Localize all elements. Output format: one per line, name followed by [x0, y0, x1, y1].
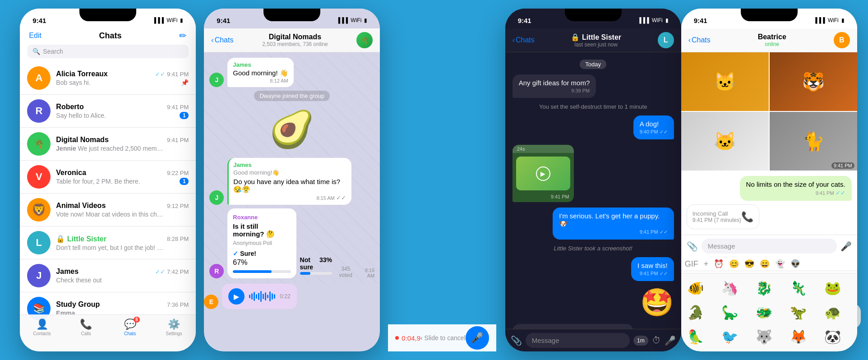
- emoji-2[interactable]: 😎: [744, 259, 754, 269]
- chat-preview: Jennie We just reached 2,500 members! WO…: [56, 145, 164, 152]
- waveform: [249, 291, 275, 302]
- sticker-item[interactable]: 🐉: [753, 277, 775, 299]
- status-icons-1: ▐▐▐ WiFi ▮: [152, 17, 184, 23]
- secret-chat-header: ‹ Chats 🔒 Little Sister last seen just n…: [505, 28, 681, 52]
- sender-avatar: J: [209, 190, 224, 205]
- attachment-icon[interactable]: 📎: [511, 335, 522, 346]
- gif-button[interactable]: GIF: [685, 259, 698, 269]
- tab-calls[interactable]: 📞 Calls: [64, 318, 108, 336]
- sticker-item[interactable]: 🦎: [788, 277, 809, 299]
- msg-time: 8:15 AM ✓✓: [233, 194, 346, 201]
- back-button[interactable]: ‹ Chats: [512, 36, 535, 44]
- sticker-item[interactable]: 🐦: [719, 326, 741, 347]
- message-bubble: No limits on the size of your cats. 9:41…: [740, 176, 852, 201]
- photo-time: 9:41 PM: [831, 162, 854, 169]
- timer-icon[interactable]: ⏱: [652, 335, 661, 346]
- mic-button[interactable]: 🎤: [466, 326, 489, 350]
- sticker-item[interactable]: 🦕: [719, 301, 741, 323]
- sticker-item[interactable]: 🐺: [753, 326, 775, 347]
- unread-badge: 1: [180, 178, 189, 185]
- tab-badge-container: 💬 8: [124, 318, 136, 330]
- chat-nav: Edit Chats ✏: [20, 28, 196, 45]
- attachment-icon[interactable]: 📎: [687, 241, 698, 252]
- emoji-5[interactable]: 👽: [790, 259, 800, 269]
- back-button[interactable]: ‹ Chats: [688, 36, 711, 44]
- system-message: Dwayne joined the group: [254, 91, 330, 101]
- emoji-4[interactable]: 👻: [775, 259, 785, 269]
- play-button[interactable]: ▶: [228, 288, 245, 305]
- phone-secret-chat: 9:41 ▐▐▐ WiFi ▮ ‹ Chats 🔒 Little Sister …: [505, 9, 681, 351]
- header-center: 🔒 Little Sister last seen just now: [538, 33, 654, 48]
- chats-title: Chats: [99, 31, 122, 41]
- notch: [565, 9, 622, 21]
- sticker: 🥑: [269, 108, 314, 151]
- tab-label: Settings: [166, 331, 182, 336]
- voice-bubble: ▶ 0:22: [222, 284, 296, 309]
- recent-button[interactable]: ⏰: [714, 259, 724, 269]
- phone-icon[interactable]: 📞: [741, 211, 753, 223]
- list-item[interactable]: L 🔒 Little Sister 8:28 PM Don't tell mom…: [20, 226, 196, 259]
- chat-info: Alicia Torreaux ✓✓ 9:41 PM Bob says hi. …: [56, 70, 189, 86]
- contact-avatar[interactable]: L: [658, 32, 674, 48]
- battery-icon: ▮: [841, 17, 845, 23]
- chat-title: 🔒 Little Sister: [538, 33, 654, 42]
- back-button[interactable]: ‹ Chats: [211, 36, 233, 44]
- tab-label-chats: Chats: [124, 331, 136, 336]
- incoming-call-bubble: Incoming Call 9:41 PM (7 minutes) 📞: [687, 204, 759, 229]
- timer-badge: 1m: [633, 336, 648, 346]
- mic-icon[interactable]: 🎤: [840, 241, 852, 252]
- emoji-1[interactable]: 😊: [729, 259, 739, 269]
- search-bar[interactable]: 🔍 Search: [27, 45, 189, 58]
- photo-content: 🐯: [770, 52, 857, 111]
- tab-settings[interactable]: ⚙️ Settings: [152, 318, 196, 336]
- sender-avatar: E: [204, 295, 218, 309]
- list-item[interactable]: A Alicia Torreaux ✓✓ 9:41 PM Bob says hi…: [20, 62, 196, 95]
- tab-contacts[interactable]: 👤 Contacts: [20, 318, 64, 336]
- group-title: Digital Nomads: [237, 33, 353, 41]
- sticker-item[interactable]: 🦖: [788, 301, 809, 323]
- tab-chats[interactable]: 💬 8 Chats: [108, 318, 152, 336]
- compose-button[interactable]: ✏: [179, 30, 187, 41]
- emoji-3[interactable]: 😄: [760, 259, 770, 269]
- video-message: 24s ▶ 9:41 PM: [512, 145, 574, 202]
- beatrice-input-bar: 📎 Message 🎤: [681, 235, 857, 257]
- photo-cell[interactable]: 🐈 9:41 PM: [770, 112, 857, 171]
- sticker-item[interactable]: 🐢: [822, 301, 844, 323]
- sticker-item[interactable]: 🐸: [822, 277, 844, 299]
- group-avatar[interactable]: 🌴: [356, 32, 373, 48]
- msg-time: 9:41 PM: [512, 194, 574, 202]
- list-item[interactable]: V Veronica 9:22 PM Table for four, 2 PM.…: [20, 161, 196, 194]
- message-input[interactable]: Message: [702, 239, 837, 254]
- list-item[interactable]: 🦁 Animal Videos 9:12 PM Vote now! Moar c…: [20, 194, 196, 226]
- list-item[interactable]: J James ✓✓ 7:42 PM Check these out: [20, 259, 196, 292]
- message-group: R Roxanne Is it still morning? 🤔 Anonymo…: [209, 208, 374, 278]
- photo-cell[interactable]: 🐱: [681, 52, 769, 111]
- poll-sender: Roxanne: [233, 214, 291, 221]
- edit-button[interactable]: Edit: [29, 32, 42, 40]
- photo-content: 🐱: [681, 52, 769, 111]
- list-item[interactable]: 🌴 Digital Nomads 9:41 PM Jennie We just …: [20, 128, 196, 161]
- mic-icon[interactable]: 🎤: [665, 335, 676, 346]
- battery-icon: ▮: [180, 17, 183, 23]
- message-input[interactable]: Message: [526, 333, 630, 348]
- play-button[interactable]: ▶: [536, 166, 550, 181]
- sticker-item[interactable]: 🦊: [788, 326, 809, 347]
- voice-duration: 0:22: [280, 293, 290, 300]
- video-thumb: ▶: [516, 157, 570, 190]
- chat-preview: Bob says hi.: [56, 79, 90, 86]
- sticker-item[interactable]: 🦄: [719, 277, 741, 299]
- sticker-item[interactable]: 🐠: [685, 277, 706, 299]
- slide-cancel: ‹ Slide to cancel: [420, 334, 466, 342]
- sticker-item[interactable]: 🦜: [685, 326, 706, 347]
- contact-avatar[interactable]: B: [834, 32, 850, 48]
- sender-avatar: R: [209, 264, 224, 278]
- list-item[interactable]: R Roberto 9:41 PM Say hello to Alice. 1: [20, 95, 196, 128]
- sticker-item[interactable]: 🐲: [753, 301, 775, 323]
- photo-cell[interactable]: 🐯: [770, 52, 857, 111]
- photo-cell[interactable]: 🐱: [681, 112, 769, 171]
- status-icons-3: ▐▐▐ WiFi ▮: [637, 17, 669, 23]
- sticker-item[interactable]: 🐊: [685, 301, 706, 323]
- sticker-item[interactable]: 🐼: [822, 326, 844, 347]
- chat-name: Study Group: [56, 300, 100, 309]
- add-button[interactable]: +: [704, 259, 709, 269]
